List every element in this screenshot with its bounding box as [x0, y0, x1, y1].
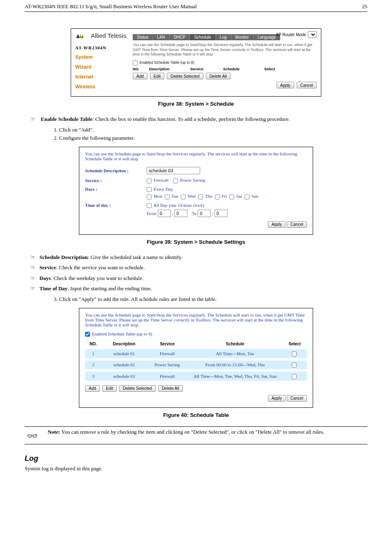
sidebar-item-wizard[interactable]: Wizard [75, 64, 133, 70]
col-schedule: Schedule [223, 67, 264, 71]
colon-1: : [172, 211, 173, 216]
hand-icon: ☞ [30, 115, 39, 123]
step-1: Click on "Add". [59, 126, 367, 134]
fig40-apply-button[interactable]: Apply [268, 395, 286, 402]
all-day-checkbox[interactable] [147, 203, 152, 208]
sidebar-model: AT-WR2304N [75, 45, 133, 50]
figure38-caption: Figure 38: System > Schedule [25, 101, 367, 107]
enable-schedule-label: Enabled Schedule Table (up to 8) [140, 60, 194, 65]
cell-schedule: All Time---Mon, Tue [188, 349, 282, 358]
cell-schedule: From 00:00 to 15:00---Wed, Thu [188, 360, 282, 370]
note-label: Note: [48, 429, 60, 435]
note-block: 👓 Note: You can remove a rule by checkin… [25, 426, 367, 445]
bullet-sched-desc-label: Schedule Description [39, 254, 88, 260]
sidebar-item-wireless[interactable]: Wireless [75, 84, 133, 90]
enable-schedule-checkbox[interactable] [133, 60, 138, 65]
bullet-tod-label: Time of Day [39, 285, 67, 291]
fig39-cancel-button[interactable]: Cancel [287, 221, 307, 228]
fig40-delete-all-button[interactable]: Delete All [158, 385, 183, 392]
tab-lan[interactable]: LAN [153, 34, 169, 40]
th-schedule: Schedule [188, 341, 282, 347]
procedure-steps-1: Click on "Add". Configure the following … [59, 126, 367, 143]
th-desc: Description [101, 341, 147, 347]
row3-select-checkbox[interactable] [292, 374, 297, 379]
tab-status[interactable]: Status [133, 34, 153, 40]
th-no: NO. [85, 341, 101, 347]
fig39-apply-button[interactable]: Apply [268, 221, 286, 228]
service-powersaving-checkbox[interactable] [173, 178, 178, 183]
day-thu-checkbox[interactable] [198, 194, 203, 199]
day-sat-checkbox[interactable] [229, 194, 234, 199]
figure-39: You can use the Schedule page to Start/S… [79, 147, 313, 235]
bullet-days-label: Days [39, 275, 51, 281]
step-2: Configure the following parameter. [59, 134, 367, 143]
from-label: From [147, 211, 157, 216]
day-sun: Sun [251, 194, 258, 199]
header-title: AT-WR2304N IEEE 802.11 b/g/n, Small Busi… [25, 3, 197, 10]
header-page: 25 [362, 3, 367, 10]
day-thu: Thu [205, 194, 212, 199]
from-min-input[interactable] [174, 210, 187, 217]
day-wed-checkbox[interactable] [181, 194, 186, 199]
tab-dhcp[interactable]: DHCP [170, 34, 190, 40]
tab-schedule[interactable]: Schedule [190, 34, 216, 40]
th-service: Service [147, 341, 188, 347]
step-3: Click on "Apply" to add the rule. All sc… [59, 295, 367, 304]
apply-button[interactable]: Apply [277, 82, 294, 88]
bullet-sched-desc-text: : Give the scheduled task a name to iden… [88, 254, 182, 260]
log-text: System log is displayed in this page. [25, 465, 367, 472]
schedule-description-input[interactable] [147, 167, 200, 174]
day-tue-checkbox[interactable] [165, 194, 170, 199]
day-sat: Sat [236, 194, 242, 199]
row1-select-checkbox[interactable] [292, 352, 297, 356]
hand-icon: ☞ [30, 253, 39, 261]
time-of-day-label: Time of day : [85, 203, 147, 208]
service-firewall-checkbox[interactable] [147, 178, 152, 183]
figure39-caption: Figure 39: System > Schedule Settings [25, 239, 367, 245]
fig40-cancel-button[interactable]: Cancel [287, 395, 307, 402]
edit-button[interactable]: Edit [150, 73, 164, 79]
ap-mode-select[interactable] [308, 31, 317, 38]
th-select: Select [282, 341, 307, 347]
tab-log[interactable]: Log [216, 34, 231, 40]
from-hour-input[interactable] [158, 210, 171, 217]
hand-icon: ☞ [30, 264, 39, 272]
to-hour-input[interactable] [198, 210, 211, 217]
cancel-button[interactable]: Cancel [297, 82, 317, 88]
tab-monitor[interactable]: Monitor [231, 34, 254, 40]
ap-mode-label: AP Router Mode [276, 32, 306, 37]
row2-select-checkbox[interactable] [292, 363, 297, 368]
day-sun-checkbox[interactable] [244, 194, 249, 199]
sidebar-item-system[interactable]: System [75, 54, 133, 60]
add-button[interactable]: Add [133, 73, 148, 79]
service-powersaving-label: Power Saving [180, 178, 205, 183]
fig39-intro: You can use the Schedule page to Start/S… [85, 151, 307, 161]
delete-all-button[interactable]: Delete All [206, 73, 231, 79]
every-day-checkbox[interactable] [147, 187, 152, 192]
schedule-table: NO. Description Service Schedule Select … [85, 339, 307, 382]
to-min-input[interactable] [214, 210, 228, 217]
figure-38: AP Router Mode Allied Telesis Status LAN… [71, 28, 321, 97]
table-row: 1 schedule 01 Firewall All Time---Mon, T… [85, 349, 307, 358]
allied-telesis-logo-icon [75, 32, 84, 39]
col-desc: Description [149, 67, 190, 71]
colon-2: : [212, 211, 213, 216]
glasses-icon: 👓 [25, 428, 39, 443]
cell-service: Firewall [147, 371, 188, 381]
day-mon-checkbox[interactable] [147, 194, 152, 199]
delete-selected-button[interactable]: Delete Selected [167, 73, 203, 79]
fig40-add-button[interactable]: Add [85, 385, 100, 392]
svg-marker-1 [79, 34, 82, 38]
bullet-days-text: : Check the weekday you want to schedule… [51, 275, 143, 281]
all-day-label: All Day (use 24-hour clock) [153, 203, 204, 208]
day-fri-checkbox[interactable] [215, 194, 220, 199]
cell-no: 1 [85, 349, 101, 358]
fig40-edit-button[interactable]: Edit [102, 385, 117, 392]
fig40-delete-selected-button[interactable]: Delete Selected [119, 385, 156, 392]
col-select: Select [264, 67, 284, 71]
fig40-enable-checkbox[interactable] [85, 332, 90, 337]
sidebar-item-internet[interactable]: Internet [75, 74, 133, 80]
procedure-step-3: Click on "Apply" to add the rule. All sc… [59, 295, 367, 304]
every-day-label: Every Day [154, 187, 173, 192]
cell-desc: schedule 03 [101, 371, 147, 381]
